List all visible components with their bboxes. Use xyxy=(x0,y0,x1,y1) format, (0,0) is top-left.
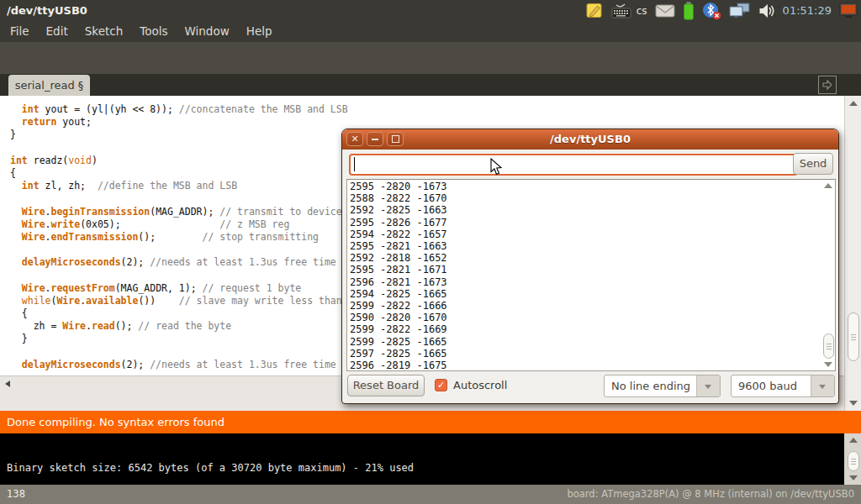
menu-sketch[interactable]: Sketch xyxy=(77,21,131,42)
serial-output-line: 2595 -2826 -1677 xyxy=(350,217,835,228)
volume-icon[interactable] xyxy=(758,3,775,19)
chevron-down-icon[interactable] xyxy=(696,375,720,396)
output-scroll-down-icon[interactable] xyxy=(824,362,832,367)
chevron-down-icon[interactable] xyxy=(811,375,834,396)
toolbar xyxy=(0,42,861,74)
bluetooth-icon[interactable] xyxy=(702,2,721,20)
serial-output-line: 2596 -2819 -1675 xyxy=(350,360,835,371)
output-scrollbar-thumb[interactable] xyxy=(823,333,834,359)
reset-board-button[interactable]: Reset Board xyxy=(347,375,425,396)
menu-bar: FileEditSketchToolsWindowHelp xyxy=(0,21,861,42)
clock[interactable]: 01:51:29 xyxy=(783,4,832,17)
serial-output-line: 2596 -2821 -1673 xyxy=(350,276,835,288)
menu-edit[interactable]: Edit xyxy=(38,21,77,42)
mail-icon[interactable] xyxy=(655,3,675,18)
serial-output-area[interactable]: 2595 -2820 -16732588 -2822 -16702592 -28… xyxy=(346,179,836,371)
close-button[interactable]: ✕ xyxy=(346,132,363,146)
serial-monitor-titlebar[interactable]: /dev/ttyUSB0 ✕ xyxy=(342,129,838,150)
console-text: Binary sketch size: 6542 bytes (of a 307… xyxy=(7,462,414,474)
battery-icon[interactable] xyxy=(683,2,695,20)
scroll-up-icon[interactable] xyxy=(849,101,858,106)
code-line: int yout = (yl|(yh << 8)); //concatenate… xyxy=(10,103,844,116)
serial-monitor-controls: Reset Board ✓ Autoscroll No line ending … xyxy=(342,375,838,400)
keyboard-layout-label: cs xyxy=(637,5,647,17)
console-scrollbar[interactable] xyxy=(844,433,861,485)
console-scrollbar-thumb[interactable] xyxy=(848,451,859,471)
board-info: board: ATmega328P(A) @ 8 MHz (internal) … xyxy=(567,485,854,504)
output-scroll-up-icon[interactable] xyxy=(824,183,832,188)
serial-output-scrollbar[interactable] xyxy=(821,180,835,370)
minimize-icon xyxy=(372,139,378,140)
serial-output-line: 2592 -2818 -1652 xyxy=(350,252,835,264)
scroll-down-icon[interactable] xyxy=(849,401,858,406)
autoscroll-label: Autoscroll xyxy=(453,375,507,396)
system-tray: cs 01:51:29 xyxy=(585,0,858,21)
text-caret xyxy=(354,157,355,171)
serial-output-line: 2590 -2820 -1670 xyxy=(350,312,835,323)
line-ending-dropdown[interactable]: No line ending xyxy=(604,375,721,397)
serial-output-line: 2595 -2820 -1673 xyxy=(350,181,835,192)
notes-icon[interactable] xyxy=(585,2,604,19)
serial-output-line: 2592 -2825 -1663 xyxy=(350,204,835,216)
serial-output-line: 2595 -2821 -1671 xyxy=(350,264,835,276)
status-bar: 138 board: ATmega328P(A) @ 8 MHz (intern… xyxy=(0,485,861,504)
scroll-left-icon[interactable] xyxy=(5,381,10,387)
maximize-icon xyxy=(392,135,399,143)
keyboard-icon[interactable] xyxy=(611,3,632,19)
console-scroll-up-icon[interactable] xyxy=(849,438,858,443)
tab-menu-arrow-icon xyxy=(821,78,834,92)
tab-serial-read[interactable]: serial_read § xyxy=(8,75,90,96)
serial-output-line: 2588 -2822 -1670 xyxy=(350,192,835,204)
mouse-cursor xyxy=(490,158,504,180)
desktop-top-panel: /dev/ttyUSB0 cs 01:51:29 xyxy=(0,0,861,21)
display-icon[interactable] xyxy=(839,3,858,19)
build-console: Binary sketch size: 6542 bytes (of a 307… xyxy=(0,433,844,485)
serial-output-line: 2594 -2825 -1665 xyxy=(350,288,835,300)
serial-output-line: 2599 -2822 -1666 xyxy=(350,300,835,312)
code-line: return yout; xyxy=(10,116,844,129)
serial-monitor-title: /dev/ttyUSB0 xyxy=(342,129,838,150)
editor-vertical-scrollbar[interactable] xyxy=(844,96,861,411)
serial-monitor-window: /dev/ttyUSB0 ✕ Send 2595 -2820 -16732588… xyxy=(341,129,839,404)
serial-input[interactable] xyxy=(349,154,798,176)
line-ending-value: No line ending xyxy=(605,375,696,396)
minimize-button[interactable] xyxy=(367,132,383,146)
autoscroll-checkbox[interactable]: ✓ xyxy=(435,379,447,391)
serial-output-line: 2599 -2822 -1669 xyxy=(350,323,835,335)
console-scroll-down-icon[interactable] xyxy=(849,475,858,480)
menu-file[interactable]: File xyxy=(2,21,38,42)
line-number: 138 xyxy=(7,485,25,504)
tab-menu-button[interactable] xyxy=(818,76,837,94)
maximize-button[interactable] xyxy=(387,132,404,146)
editor-scrollbar-thumb[interactable] xyxy=(848,312,859,361)
send-button[interactable]: Send xyxy=(793,153,833,175)
menu-help[interactable]: Help xyxy=(238,21,281,42)
serial-output-line: 2597 -2825 -1665 xyxy=(350,348,835,360)
network-icon[interactable] xyxy=(729,3,751,19)
menu-tools[interactable]: Tools xyxy=(131,21,176,42)
baud-rate-dropdown[interactable]: 9600 baud xyxy=(731,375,835,397)
menu-window[interactable]: Window xyxy=(177,21,238,42)
baud-rate-value: 9600 baud xyxy=(732,375,811,396)
serial-output-line: 2599 -2825 -1665 xyxy=(350,336,835,348)
tab-bar: serial_read § xyxy=(0,74,861,96)
window-title: /dev/ttyUSB0 xyxy=(7,0,87,21)
compile-status-bar: Done compiling. No syntax errors found xyxy=(0,411,861,433)
serial-output-line: 2594 -2822 -1657 xyxy=(350,228,835,240)
serial-output-line: 2595 -2821 -1663 xyxy=(350,240,835,252)
